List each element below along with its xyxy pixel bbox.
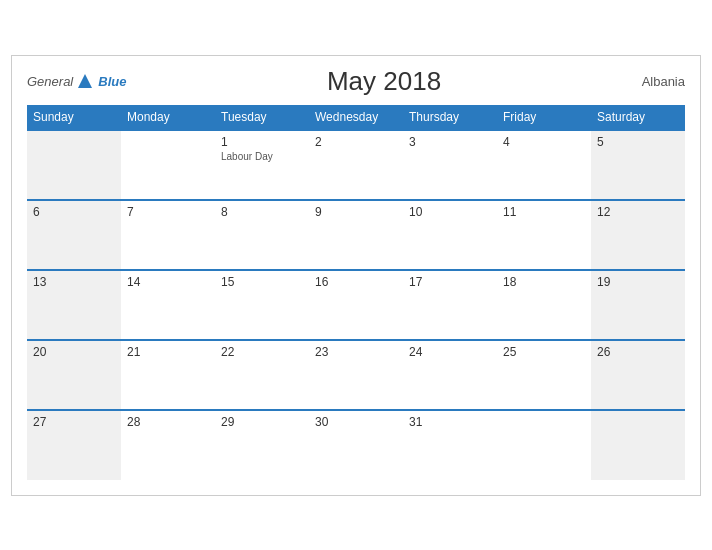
calendar-cell: 8 <box>215 200 309 270</box>
day-number: 24 <box>409 345 491 359</box>
calendar-cell: 9 <box>309 200 403 270</box>
day-number: 12 <box>597 205 679 219</box>
calendar-cell: 3 <box>403 130 497 200</box>
calendar-cell: 15 <box>215 270 309 340</box>
calendar-week-row: 6789101112 <box>27 200 685 270</box>
calendar-week-row: 13141516171819 <box>27 270 685 340</box>
calendar-cell: 25 <box>497 340 591 410</box>
day-number: 22 <box>221 345 303 359</box>
day-number: 3 <box>409 135 491 149</box>
day-number: 21 <box>127 345 209 359</box>
calendar-cell: 16 <box>309 270 403 340</box>
day-number: 30 <box>315 415 397 429</box>
calendar-cell <box>591 410 685 480</box>
calendar-cell: 26 <box>591 340 685 410</box>
weekday-header-row: Sunday Monday Tuesday Wednesday Thursday… <box>27 105 685 130</box>
day-number: 14 <box>127 275 209 289</box>
calendar-header: General Blue May 2018 Albania <box>27 66 685 97</box>
country-label: Albania <box>642 74 685 89</box>
calendar-thead: Sunday Monday Tuesday Wednesday Thursday… <box>27 105 685 130</box>
day-number: 16 <box>315 275 397 289</box>
day-number: 19 <box>597 275 679 289</box>
day-number: 9 <box>315 205 397 219</box>
calendar-cell: 27 <box>27 410 121 480</box>
calendar-cell: 10 <box>403 200 497 270</box>
day-number: 8 <box>221 205 303 219</box>
day-number: 4 <box>503 135 585 149</box>
calendar-cell <box>121 130 215 200</box>
calendar-cell: 29 <box>215 410 309 480</box>
day-number: 18 <box>503 275 585 289</box>
calendar-cell: 17 <box>403 270 497 340</box>
day-number: 2 <box>315 135 397 149</box>
calendar-cell: 22 <box>215 340 309 410</box>
calendar-cell: 23 <box>309 340 403 410</box>
calendar-cell: 19 <box>591 270 685 340</box>
calendar-cell: 30 <box>309 410 403 480</box>
day-number: 7 <box>127 205 209 219</box>
calendar-cell: 2 <box>309 130 403 200</box>
logo-blue: Blue <box>98 74 126 89</box>
calendar-cell: 31 <box>403 410 497 480</box>
header-wednesday: Wednesday <box>309 105 403 130</box>
calendar-cell: 20 <box>27 340 121 410</box>
calendar-body: 1Labour Day23456789101112131415161718192… <box>27 130 685 480</box>
logo: General Blue <box>27 72 126 90</box>
calendar-cell <box>27 130 121 200</box>
calendar-cell: 11 <box>497 200 591 270</box>
calendar-cell: 28 <box>121 410 215 480</box>
calendar-cell: 6 <box>27 200 121 270</box>
header-friday: Friday <box>497 105 591 130</box>
header-sunday: Sunday <box>27 105 121 130</box>
calendar-title: May 2018 <box>126 66 641 97</box>
day-number: 25 <box>503 345 585 359</box>
calendar-container: General Blue May 2018 Albania Sunday Mon… <box>11 55 701 496</box>
header-tuesday: Tuesday <box>215 105 309 130</box>
holiday-label: Labour Day <box>221 151 303 162</box>
header-saturday: Saturday <box>591 105 685 130</box>
day-number: 11 <box>503 205 585 219</box>
calendar-cell: 5 <box>591 130 685 200</box>
calendar-week-row: 1Labour Day2345 <box>27 130 685 200</box>
calendar-cell: 18 <box>497 270 591 340</box>
calendar-cell: 14 <box>121 270 215 340</box>
day-number: 6 <box>33 205 115 219</box>
logo-icon <box>76 72 94 90</box>
calendar-cell: 24 <box>403 340 497 410</box>
calendar-cell: 1Labour Day <box>215 130 309 200</box>
calendar-cell: 21 <box>121 340 215 410</box>
day-number: 20 <box>33 345 115 359</box>
calendar-cell: 4 <box>497 130 591 200</box>
day-number: 27 <box>33 415 115 429</box>
day-number: 10 <box>409 205 491 219</box>
day-number: 13 <box>33 275 115 289</box>
day-number: 15 <box>221 275 303 289</box>
header-monday: Monday <box>121 105 215 130</box>
day-number: 29 <box>221 415 303 429</box>
day-number: 26 <box>597 345 679 359</box>
header-thursday: Thursday <box>403 105 497 130</box>
day-number: 5 <box>597 135 679 149</box>
day-number: 1 <box>221 135 303 149</box>
svg-marker-0 <box>78 74 92 88</box>
calendar-cell: 7 <box>121 200 215 270</box>
calendar-table: Sunday Monday Tuesday Wednesday Thursday… <box>27 105 685 480</box>
calendar-cell: 12 <box>591 200 685 270</box>
day-number: 17 <box>409 275 491 289</box>
calendar-week-row: 20212223242526 <box>27 340 685 410</box>
calendar-cell: 13 <box>27 270 121 340</box>
logo-general: General <box>27 74 73 89</box>
day-number: 31 <box>409 415 491 429</box>
calendar-week-row: 2728293031 <box>27 410 685 480</box>
day-number: 28 <box>127 415 209 429</box>
day-number: 23 <box>315 345 397 359</box>
calendar-cell <box>497 410 591 480</box>
